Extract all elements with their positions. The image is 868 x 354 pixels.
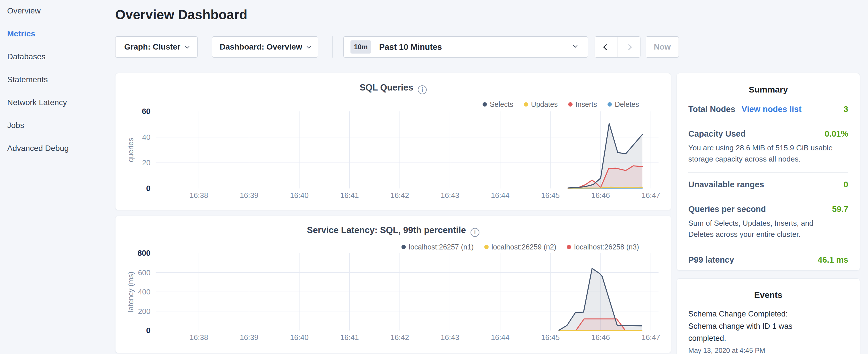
now-button[interactable]: Now bbox=[646, 36, 679, 58]
sql-queries-chart-card: SQL Queries Selects Updates Inserts Dele… bbox=[115, 73, 671, 210]
summary-row-queries-per-second: Queries per second 59.7 Sum of Selects, … bbox=[688, 197, 848, 248]
svg-text:16:46: 16:46 bbox=[591, 333, 610, 342]
svg-text:16:41: 16:41 bbox=[340, 333, 359, 342]
sidebar-item-statements[interactable]: Statements bbox=[7, 75, 115, 84]
sidebar-item-network-latency[interactable]: Network Latency bbox=[7, 98, 115, 107]
svg-text:16:46: 16:46 bbox=[591, 191, 610, 200]
svg-text:16:39: 16:39 bbox=[240, 191, 258, 200]
summary-row-value: 59.7 bbox=[832, 204, 848, 214]
svg-text:16:43: 16:43 bbox=[441, 191, 459, 200]
summary-row-capacity-used: Capacity Used 0.01% You are using 28.6 M… bbox=[688, 122, 848, 172]
svg-text:16:43: 16:43 bbox=[441, 333, 459, 342]
svg-text:16:41: 16:41 bbox=[340, 191, 359, 200]
svg-text:16:44: 16:44 bbox=[491, 333, 509, 342]
svg-text:queries: queries bbox=[126, 138, 135, 162]
svg-text:16:40: 16:40 bbox=[290, 191, 309, 200]
next-timespan-button[interactable] bbox=[618, 37, 641, 57]
view-nodes-list-link[interactable]: View nodes list bbox=[742, 104, 802, 114]
svg-text:16:44: 16:44 bbox=[491, 191, 509, 200]
svg-text:16:47: 16:47 bbox=[642, 333, 660, 342]
dashboard-selector-dropdown[interactable]: Dashboard: Overview bbox=[212, 36, 318, 58]
svg-text:0: 0 bbox=[146, 184, 150, 193]
svg-text:60: 60 bbox=[142, 107, 150, 116]
summary-row-description: You are using 28.6 MiB of 515.9 GiB usab… bbox=[688, 142, 837, 165]
svg-text:16:39: 16:39 bbox=[240, 333, 258, 342]
controls-bar: Graph: Cluster Dashboard: Overview 10m P… bbox=[115, 36, 679, 58]
summary-row-description: Sum of Selects, Updates, Inserts, and De… bbox=[688, 218, 837, 240]
svg-text:600: 600 bbox=[138, 268, 150, 277]
dashboard-selector-label: Dashboard: Overview bbox=[220, 42, 302, 52]
svg-text:0: 0 bbox=[146, 326, 150, 335]
time-step-buttons bbox=[595, 36, 641, 58]
chevron-down-icon bbox=[185, 44, 189, 49]
sidebar-item-advanced-debug[interactable]: Advanced Debug bbox=[7, 144, 115, 153]
svg-text:16:42: 16:42 bbox=[390, 191, 409, 200]
svg-text:400: 400 bbox=[138, 288, 150, 296]
summary-panel: Summary Total Nodes View nodes list 3 Ca… bbox=[677, 73, 860, 271]
summary-row-total-nodes: Total Nodes View nodes list 3 bbox=[688, 97, 848, 122]
page-title: Overview Dashboard bbox=[115, 7, 247, 22]
svg-text:200: 200 bbox=[138, 307, 150, 316]
chevron-right-icon bbox=[626, 44, 632, 50]
controls-divider bbox=[333, 36, 333, 58]
graph-selector-label: Graph: Cluster bbox=[124, 42, 180, 52]
sidebar-item-metrics[interactable]: Metrics bbox=[7, 30, 115, 38]
event-message: Schema Change Completed: Schema change w… bbox=[688, 308, 818, 345]
time-range-label: Past 10 Minutes bbox=[379, 42, 442, 52]
event-timestamp: May 13, 2020 at 4:45 PM bbox=[688, 347, 848, 354]
svg-text:16:42: 16:42 bbox=[390, 333, 409, 342]
svg-text:16:38: 16:38 bbox=[189, 191, 208, 200]
overview-dashboard-page: Overview Metrics Databases Statements Ne… bbox=[0, 0, 868, 354]
svg-text:800: 800 bbox=[137, 249, 150, 257]
time-range-selector[interactable]: 10m Past 10 Minutes bbox=[343, 36, 588, 58]
svg-text:40: 40 bbox=[142, 133, 150, 141]
time-range-badge: 10m bbox=[350, 40, 371, 54]
svg-text:16:47: 16:47 bbox=[642, 191, 660, 200]
service-latency-plot[interactable]: 16:3816:3916:4016:4116:4216:4316:4416:45… bbox=[116, 216, 672, 353]
chevron-down-icon bbox=[307, 44, 311, 49]
summary-row-label: Capacity Used bbox=[688, 129, 746, 139]
sidebar: Overview Metrics Databases Statements Ne… bbox=[0, 0, 115, 354]
sql-queries-plot[interactable]: 16:3816:3916:4016:4116:4216:4316:4416:45… bbox=[116, 73, 672, 211]
svg-text:16:40: 16:40 bbox=[290, 333, 309, 342]
graph-selector-dropdown[interactable]: Graph: Cluster bbox=[115, 36, 198, 58]
summary-row-unavailable-ranges: Unavailable ranges 0 bbox=[688, 172, 848, 197]
chevron-down-icon bbox=[573, 43, 578, 48]
sidebar-item-overview[interactable]: Overview bbox=[7, 7, 115, 15]
svg-text:16:45: 16:45 bbox=[541, 333, 560, 342]
summary-row-label: P99 latency bbox=[688, 255, 734, 265]
svg-text:20: 20 bbox=[142, 158, 150, 167]
previous-timespan-button[interactable] bbox=[595, 37, 618, 57]
summary-row-value: 0 bbox=[844, 180, 848, 189]
svg-text:16:38: 16:38 bbox=[189, 333, 208, 342]
event-list-item: Schema Change Completed: Schema change w… bbox=[688, 308, 848, 354]
summary-row-label: Total Nodes bbox=[688, 104, 735, 114]
summary-title: Summary bbox=[688, 85, 848, 95]
summary-row-p99-latency: P99 latency 46.1 ms bbox=[688, 248, 848, 272]
svg-text:16:45: 16:45 bbox=[541, 191, 560, 200]
chevron-left-icon bbox=[603, 44, 609, 50]
summary-row-value: 0.01% bbox=[825, 129, 848, 139]
summary-row-value: 3 bbox=[844, 104, 848, 114]
summary-row-value: 46.1 ms bbox=[818, 255, 848, 265]
sidebar-item-databases[interactable]: Databases bbox=[7, 53, 115, 61]
summary-row-label: Queries per second bbox=[688, 204, 766, 214]
summary-row-label: Unavailable ranges bbox=[688, 180, 764, 189]
svg-text:latency (ms): latency (ms) bbox=[126, 271, 135, 312]
events-panel: Events Schema Change Completed: Schema c… bbox=[677, 279, 860, 354]
service-latency-chart-card: Service Latency: SQL, 99th percentile lo… bbox=[115, 216, 671, 353]
sidebar-item-jobs[interactable]: Jobs bbox=[7, 121, 115, 130]
events-title: Events bbox=[688, 290, 848, 300]
